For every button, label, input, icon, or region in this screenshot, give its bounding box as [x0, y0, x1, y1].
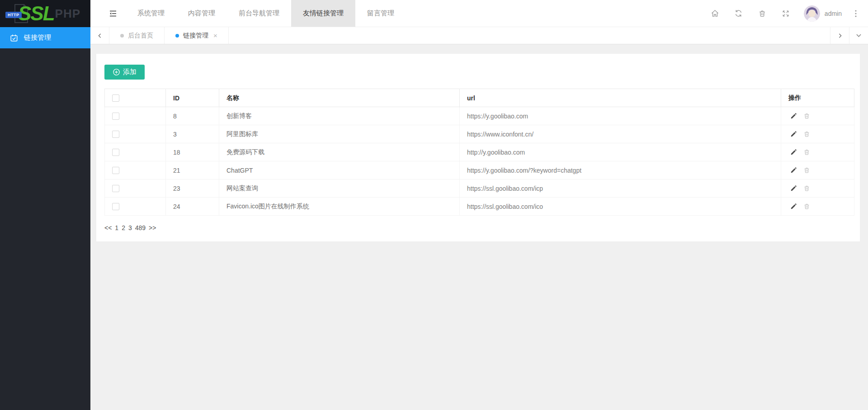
username: admin: [825, 10, 842, 17]
tab-dot-icon: [120, 34, 124, 38]
nav-item[interactable]: 系统管理: [126, 0, 176, 27]
header-url: url: [460, 89, 781, 107]
sidebar-item-label: 链接管理: [24, 33, 51, 42]
tab-label: 链接管理: [183, 32, 208, 40]
edit-icon[interactable]: [788, 184, 798, 193]
tab[interactable]: 链接管理 ×: [165, 27, 229, 44]
nav-item-label: 内容管理: [188, 9, 215, 18]
page-link[interactable]: >>: [149, 224, 156, 231]
delete-icon[interactable]: [802, 129, 812, 139]
cell-id: 18: [166, 143, 219, 161]
tabbar: 后台首页 链接管理 ×: [90, 27, 868, 44]
row-checkbox[interactable]: [112, 131, 119, 138]
cell-url: https://y.goolibao.com: [460, 107, 781, 125]
table-row: 21 ChatGPT https://y.goolibao.com/?keywo…: [105, 161, 854, 179]
pagination: <<123489>>: [104, 224, 852, 231]
edit-icon[interactable]: [788, 202, 798, 212]
edit-icon[interactable]: [788, 165, 798, 175]
header-actions: 操作: [781, 89, 854, 107]
nav-item[interactable]: 前台导航管理: [227, 0, 291, 27]
delete-icon[interactable]: [802, 202, 812, 212]
home-icon[interactable]: [703, 0, 727, 27]
main-content: 添加 ID 名称 url 操作 8 创新博客 https://y.gooliba…: [90, 44, 868, 410]
cell-id: 3: [166, 125, 219, 143]
tab-close-icon[interactable]: ×: [213, 32, 217, 39]
links-table-body: 8 创新博客 https://y.goolibao.com 3 阿里图标: [105, 107, 854, 216]
page-link[interactable]: <<: [104, 224, 112, 231]
table-row: 18 免费源码下载 http://y.goolibao.com: [105, 143, 854, 161]
nav-item[interactable]: 友情链接管理: [291, 0, 355, 27]
row-checkbox[interactable]: [112, 167, 119, 174]
sidebar: 链接管理: [0, 27, 90, 410]
edit-icon[interactable]: [788, 129, 798, 139]
page-link[interactable]: 1: [115, 224, 118, 231]
plus-circle-icon: [113, 68, 120, 76]
delete-icon[interactable]: [802, 165, 812, 175]
table-row: 23 网站案查询 https://ssl.goolibao.com/icp: [105, 179, 854, 198]
sidebar-item-links[interactable]: 链接管理: [0, 27, 90, 48]
tab[interactable]: 后台首页: [109, 27, 165, 44]
edit-icon[interactable]: [788, 111, 798, 121]
add-button-label: 添加: [123, 68, 137, 76]
row-checkbox[interactable]: [112, 203, 119, 210]
add-button[interactable]: 添加: [104, 65, 145, 80]
cell-url: https://ssl.goolibao.com/ico: [460, 198, 781, 216]
http-badge: HTTP: [5, 12, 22, 18]
links-table: ID 名称 url 操作 8 创新博客 https://y.goolibao.c…: [104, 89, 854, 216]
trash-icon[interactable]: [750, 0, 774, 27]
header-name: 名称: [219, 89, 460, 107]
row-checkbox[interactable]: [112, 149, 119, 156]
cell-url: http://y.goolibao.com: [460, 143, 781, 161]
kebab-menu-icon[interactable]: [848, 0, 863, 27]
user-menu[interactable]: admin: [797, 5, 848, 22]
topbar-actions: admin: [703, 0, 868, 27]
delete-icon[interactable]: [802, 147, 812, 157]
select-all-checkbox[interactable]: [112, 94, 119, 102]
cell-id: 24: [166, 198, 219, 216]
tab-dot-icon: [175, 34, 179, 38]
cell-name: 免费源码下载: [219, 143, 460, 161]
menu-collapse-icon[interactable]: [100, 0, 126, 27]
nav-item-label: 友情链接管理: [303, 9, 344, 18]
nav-item[interactable]: 内容管理: [176, 0, 227, 27]
page-link[interactable]: 3: [128, 224, 132, 231]
page-link[interactable]: 2: [122, 224, 125, 231]
table-row: 24 Favicon.ico图片在线制作系统 https://ssl.gooli…: [105, 198, 854, 216]
table-row: 3 阿里图标库 https://www.iconfont.cn/: [105, 125, 854, 143]
nav-item-label: 留言管理: [367, 9, 394, 18]
row-checkbox[interactable]: [112, 113, 119, 120]
avatar: [804, 5, 820, 22]
table-row: 8 创新博客 https://y.goolibao.com: [105, 107, 854, 125]
cell-url: https://y.goolibao.com/?keyword=chatgpt: [460, 161, 781, 179]
calendar-check-icon: [10, 34, 18, 42]
app-logo: HTTP SSL PHP: [0, 0, 90, 27]
tabs-dropdown-icon[interactable]: [849, 27, 868, 44]
row-checkbox[interactable]: [112, 185, 119, 192]
cell-name: Favicon.ico图片在线制作系统: [219, 198, 460, 216]
edit-icon[interactable]: [788, 147, 798, 157]
refresh-icon[interactable]: [727, 0, 750, 27]
nav-item-label: 前台导航管理: [239, 9, 279, 18]
table-header-row: ID 名称 url 操作: [105, 89, 854, 107]
cell-url: https://www.iconfont.cn/: [460, 125, 781, 143]
links-card: 添加 ID 名称 url 操作 8 创新博客 https://y.gooliba…: [96, 54, 860, 241]
cell-id: 21: [166, 161, 219, 179]
delete-icon[interactable]: [802, 111, 812, 121]
tab-spacer: [229, 27, 830, 44]
tabs-scroll-right-icon[interactable]: [830, 27, 849, 44]
cell-id: 23: [166, 179, 219, 198]
cell-name: 阿里图标库: [219, 125, 460, 143]
page-link[interactable]: 489: [135, 224, 146, 231]
delete-icon[interactable]: [802, 184, 812, 193]
tabs-scroll-left-icon[interactable]: [90, 27, 109, 44]
sidebar-menu: 链接管理: [0, 27, 90, 48]
nav-menu: 系统管理 内容管理 前台导航管理 友情链接管理 留言管理: [126, 0, 406, 27]
cell-name: 创新博客: [219, 107, 460, 125]
fullscreen-icon[interactable]: [774, 0, 797, 27]
logo-php-text: PHP: [55, 7, 80, 21]
tab-label: 后台首页: [128, 32, 153, 40]
cell-id: 8: [166, 107, 219, 125]
nav-item[interactable]: 留言管理: [355, 0, 406, 27]
cell-url: https://ssl.goolibao.com/icp: [460, 179, 781, 198]
cell-name: ChatGPT: [219, 161, 460, 179]
